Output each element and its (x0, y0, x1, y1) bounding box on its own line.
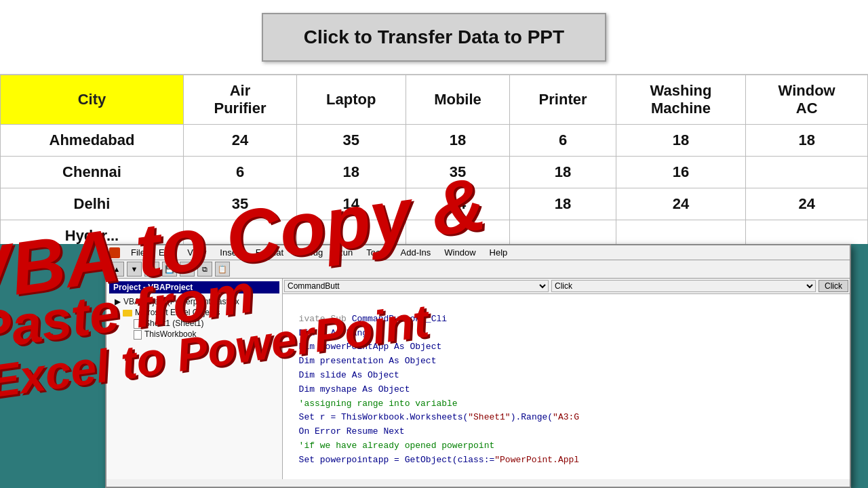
toolbar-btn-2[interactable]: ▼ (127, 262, 142, 277)
vba-icon (109, 247, 120, 258)
vba-editor[interactable]: File Edit View Insert Format Debug Run T… (105, 244, 851, 488)
vba-code-panel[interactable]: CommandButt Click Click ivate Sub Comman… (283, 279, 850, 479)
toolbar-btn-paste[interactable]: 📋 (215, 262, 230, 277)
table-header-row: City AirPurifier Laptop Mobile Printer W… (1, 75, 868, 125)
menu-debug[interactable]: Debug (294, 247, 326, 258)
col-header-city: City (1, 75, 184, 125)
table-row: Delhi 35 14 24 18 24 24 (1, 188, 868, 220)
tree-item-excel-objects[interactable]: Microsoft Excel Objects (109, 307, 279, 318)
toolbar-btn-folder[interactable]: 📁 (144, 262, 159, 277)
toolbar-btn-save[interactable]: 💾 (162, 262, 177, 277)
cell-ahmedabad-air-purifier: 24 (184, 125, 297, 157)
button-row: Click to Transfer Data to PPT (0, 0, 868, 75)
cell-delhi-washing-machine: 24 (616, 188, 746, 220)
folder-icon (123, 310, 132, 317)
menu-help[interactable]: Help (487, 247, 511, 258)
col-header-laptop: Laptop (297, 75, 406, 125)
cell-chennai-air-purifier: 6 (184, 157, 297, 188)
expand-icon: ▶ (115, 297, 121, 306)
code-object-select[interactable]: CommandButt (284, 280, 549, 292)
vba-code-header: CommandButt Click Click (283, 279, 850, 294)
thisworkbook-label: ThisWorkbook (144, 329, 196, 339)
menu-insert[interactable]: Insert (217, 247, 245, 258)
vba-project-title: Project - VBAProject (109, 281, 279, 293)
menu-edit[interactable]: Edit (156, 247, 176, 258)
tree-item-sheet1[interactable]: Sheet1 (Sheet1) (109, 318, 279, 329)
table-row: Chennai 6 18 35 18 16 (1, 157, 868, 188)
transfer-button[interactable]: Click to Transfer Data to PPT (262, 13, 606, 62)
cell-ahmedabad-printer: 6 (510, 125, 616, 157)
table-row: Ahmedabad 24 35 18 6 18 18 (1, 125, 868, 157)
menu-window[interactable]: Window (441, 247, 478, 258)
menu-tools[interactable]: Tools (363, 247, 389, 258)
menu-run[interactable]: Run (334, 247, 355, 258)
vba-menubar: File Edit View Insert Format Debug Run T… (106, 245, 850, 260)
cell-ahmedabad-mobile: 18 (406, 125, 510, 157)
col-header-washing-machine: WashingMachine (616, 75, 746, 125)
cell-chennai-window-ac (746, 157, 868, 188)
code-proc-select[interactable]: Click (551, 280, 816, 292)
vba-project-panel: Project - VBAProject ▶ VBAProject (Power… (106, 279, 283, 479)
tree-item-vbaproject[interactable]: ▶ VBAProject (Powerpoint paste.x (109, 296, 279, 307)
sheet-icon (134, 319, 142, 329)
cell-delhi-printer: 18 (510, 188, 616, 220)
menu-view[interactable]: View (184, 247, 209, 258)
cell-delhi-mobile: 24 (406, 188, 510, 220)
toolbar-btn-copy[interactable]: ⧉ (197, 262, 212, 277)
toolbar-btn-cut[interactable]: ✂ (180, 262, 195, 277)
toolbar-btn-1[interactable]: ▲ (109, 262, 124, 277)
cell-delhi-laptop: 14 (297, 188, 406, 220)
col-header-window-ac: WindowAC (746, 75, 868, 125)
cell-chennai-laptop: 18 (297, 157, 406, 188)
cell-chennai-printer: 18 (510, 157, 616, 188)
cell-ahmedabad-laptop: 35 (297, 125, 406, 157)
col-header-printer: Printer (510, 75, 616, 125)
excel-objects-label: Microsoft Excel Objects (135, 308, 220, 317)
code-click-btn[interactable]: Click (818, 280, 848, 292)
vba-code-content: ivate Sub CommandButton1_Cli Dim r As Ra… (283, 294, 850, 479)
menu-addins[interactable]: Add-Ins (398, 247, 434, 258)
cell-ahmedabad-window-ac: 18 (746, 125, 868, 157)
cell-ahmedabad-washing-machine: 18 (616, 125, 746, 157)
vbaproject-label: VBAProject (Powerpoint paste.x (123, 297, 239, 306)
workbook-icon (134, 330, 142, 340)
cell-chennai-washing-machine: 16 (616, 157, 746, 188)
menu-format[interactable]: Format (253, 247, 286, 258)
tree-item-thisworkbook[interactable]: ThisWorkbook (109, 329, 279, 340)
city-ahmedabad: Ahmedabad (1, 125, 184, 157)
vba-project-tree: ▶ VBAProject (Powerpoint paste.x Microso… (109, 296, 279, 340)
cell-chennai-mobile: 35 (406, 157, 510, 188)
sheet1-label: Sheet1 (Sheet1) (144, 319, 203, 328)
menu-file[interactable]: File (128, 247, 148, 258)
col-header-air-purifier: AirPurifier (184, 75, 297, 125)
bg-right (851, 244, 868, 488)
vba-body: Project - VBAProject ▶ VBAProject (Power… (106, 279, 850, 479)
vba-toolbar: ▲ ▼ 📁 💾 ✂ ⧉ 📋 (106, 260, 850, 279)
cell-delhi-window-ac: 24 (746, 188, 868, 220)
city-chennai: Chennai (1, 157, 184, 188)
col-header-mobile: Mobile (406, 75, 510, 125)
cell-delhi-air-purifier: 35 (184, 188, 297, 220)
bg-left (0, 244, 105, 488)
city-delhi: Delhi (1, 188, 184, 220)
